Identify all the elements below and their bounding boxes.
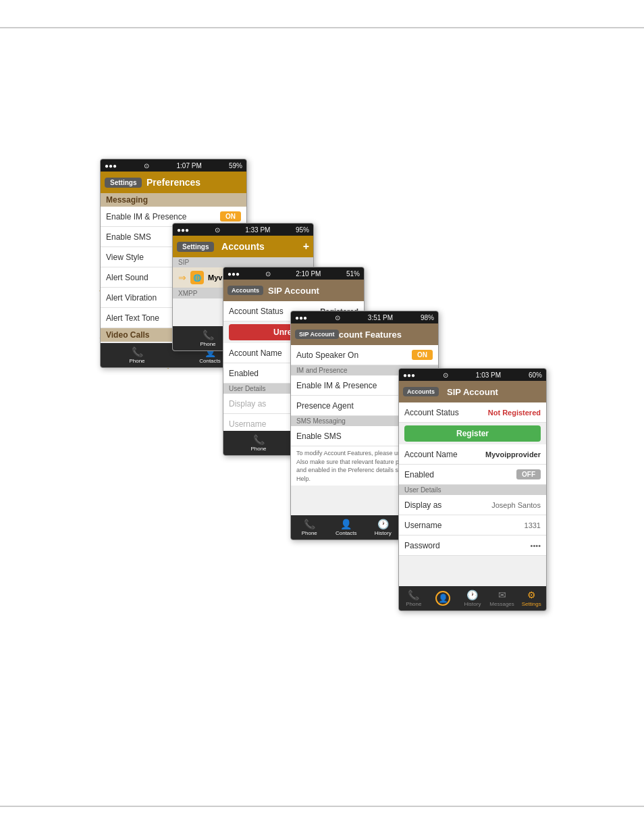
back-btn-settings[interactable]: Settings: [105, 178, 142, 188]
row-auto-speaker: Auto Speaker On ON: [291, 345, 438, 365]
arrow-icon: ⇒: [178, 272, 186, 283]
signal-2: ●●●: [177, 226, 189, 234]
nav-bar-accounts: Settings Accounts +: [173, 236, 313, 257]
tab-phone-1[interactable]: 📞 Phone: [101, 346, 173, 364]
status-bar-5: ●●● ⊙ 1:03 PM 60%: [399, 369, 546, 381]
tab-settings-5[interactable]: ⚙ Settings: [516, 590, 546, 607]
nav-title-features: Account Features: [327, 330, 402, 340]
nav-bar-sip-registered: Accounts SIP Account: [223, 280, 364, 301]
wifi-2: ⊙: [215, 226, 220, 234]
row-enabled-unreg: Enabled OFF: [399, 465, 546, 485]
contacts-icon-5: 👤: [438, 594, 448, 603]
contacts-circle: 👤: [435, 591, 450, 606]
toggle-enabled-unreg[interactable]: OFF: [516, 469, 541, 479]
tab-label-phone-3: Phone: [250, 446, 266, 452]
tab-label-phone-5: Phone: [406, 601, 421, 607]
label-enable-sms-features: Enable SMS: [296, 432, 342, 441]
wifi-4: ⊙: [335, 314, 340, 321]
phone-icon-2: 📞: [203, 330, 214, 340]
top-border: [0, 27, 644, 28]
tab-label-messages-5: Messages: [489, 601, 514, 607]
back-btn-features[interactable]: SIP Account: [295, 330, 339, 339]
label-presence-agent: Presence Agent: [296, 401, 354, 411]
section-sip: SIP: [173, 257, 313, 267]
row-password-unreg[interactable]: Password ••••: [399, 536, 546, 556]
tab-label-history-4: History: [375, 530, 392, 536]
battery-2: 95%: [296, 226, 309, 234]
plus-btn[interactable]: +: [303, 240, 309, 253]
label-enabled-unreg: Enabled: [404, 470, 434, 479]
value-account-name-unreg: Myvoipprovider: [485, 450, 541, 459]
label-account-name-reg: Account Name: [229, 348, 282, 358]
tab-contacts-4[interactable]: 👤 Contacts: [328, 519, 365, 536]
toggle-auto-speaker[interactable]: ON: [412, 350, 433, 360]
time-3: 2:10 PM: [296, 270, 321, 278]
settings-icon-5: ⚙: [527, 590, 536, 600]
row-username-unreg[interactable]: Username 1331: [399, 515, 546, 536]
back-btn-sip-reg[interactable]: Accounts: [227, 286, 263, 295]
register-btn[interactable]: Register: [404, 425, 541, 442]
phone-icon-5: 📞: [408, 590, 419, 600]
tab-history-4[interactable]: 🕐 History: [365, 519, 402, 536]
section-user-details-unreg: User Details: [399, 485, 546, 495]
tab-phone-4[interactable]: 📞 Phone: [291, 519, 328, 536]
tab-messages-5[interactable]: ✉ Messages: [487, 590, 517, 607]
row-account-status-unreg: Account Status Not Registered: [399, 402, 546, 423]
value-username-unreg: 1331: [525, 521, 541, 529]
status-bar-4: ●●● ⊙ 3:51 PM 98%: [291, 311, 438, 323]
label-enable-im-features: Enable IM & Presence: [296, 381, 377, 390]
tab-label-settings-5: Settings: [522, 601, 541, 607]
row-account-name-unreg[interactable]: Account Name Myvoipprovider: [399, 444, 546, 465]
tab-label-phone-2: Phone: [200, 341, 215, 347]
wifi-1: ⊙: [144, 162, 149, 170]
back-btn-sip-unreg[interactable]: Accounts: [403, 387, 439, 396]
nav-title-accounts: Accounts: [221, 241, 265, 252]
label-account-status-reg: Account Status: [229, 307, 284, 316]
signal-5: ●●●: [403, 371, 415, 379]
tab-label-history-5: History: [464, 601, 481, 607]
label-alert-sound: Alert Sound: [106, 273, 149, 282]
nav-bar-features: SIP Account Account Features: [291, 323, 438, 345]
tab-contacts-5[interactable]: 👤: [429, 591, 458, 606]
tab-label-phone-1: Phone: [129, 358, 144, 364]
tab-phone-5[interactable]: 📞 Phone: [399, 590, 429, 607]
bottom-border: [0, 806, 644, 807]
battery-4: 98%: [421, 314, 434, 321]
contacts-icon-4: 👤: [340, 519, 352, 529]
history-icon-4: 🕐: [377, 519, 389, 529]
nav-title-sip-unreg: SIP Account: [447, 387, 498, 397]
battery-5: 60%: [529, 371, 542, 379]
wifi-3: ⊙: [265, 270, 271, 278]
battery-1: 59%: [229, 162, 242, 170]
label-view-style: View Style: [106, 253, 144, 262]
tab-label-phone-4: Phone: [302, 530, 317, 536]
label-auto-speaker: Auto Speaker On: [296, 350, 358, 360]
tab-label-contacts-4: Contacts: [336, 530, 357, 536]
label-username-reg: Username: [229, 419, 266, 429]
time-2: 1:33 PM: [245, 226, 270, 234]
label-display-as-unreg: Display as: [404, 500, 441, 510]
phone-icon-3: 📞: [253, 434, 265, 445]
messages-icon-5: ✉: [498, 590, 506, 600]
row-display-as-unreg[interactable]: Display as Joseph Santos: [399, 495, 546, 515]
nav-bar-sip-unreg: Accounts SIP Account: [399, 381, 546, 402]
label-enable-im: Enable IM & Presence: [106, 212, 186, 221]
status-bar-1: ●●● ⊙ 1:07 PM 59%: [101, 159, 246, 172]
tab-history-5[interactable]: 🕐 History: [458, 590, 487, 607]
label-alert-text-tone: Alert Text Tone: [106, 313, 159, 323]
label-enable-sms: Enable SMS: [106, 232, 151, 242]
time-4: 3:51 PM: [368, 314, 393, 321]
value-display-as-unreg: Joseph Santos: [491, 501, 541, 509]
nav-title-preferences: Preferences: [146, 177, 200, 188]
label-username-unreg: Username: [404, 521, 441, 530]
tab-phone-3[interactable]: 📞 Phone: [223, 434, 294, 452]
value-account-status-unreg: Not Registered: [488, 409, 541, 417]
nav-title-sip-reg: SIP Account: [268, 286, 319, 296]
toggle-enable-im[interactable]: ON: [220, 211, 241, 221]
time-5: 1:03 PM: [476, 371, 501, 379]
back-btn-accounts[interactable]: Settings: [177, 242, 214, 252]
status-bar-2: ●●● ⊙ 1:33 PM 95%: [173, 224, 313, 236]
time-1: 1:07 PM: [177, 162, 202, 170]
signal-4: ●●●: [295, 314, 307, 321]
label-alert-vibration: Alert Vibration: [106, 293, 157, 303]
